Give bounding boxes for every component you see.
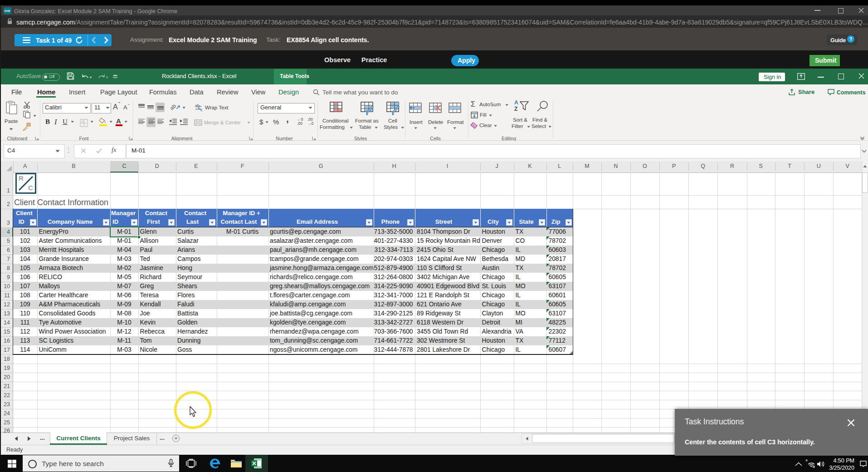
svg-text:ab: ab	[171, 103, 177, 112]
svg-text:c: c	[200, 108, 203, 111]
